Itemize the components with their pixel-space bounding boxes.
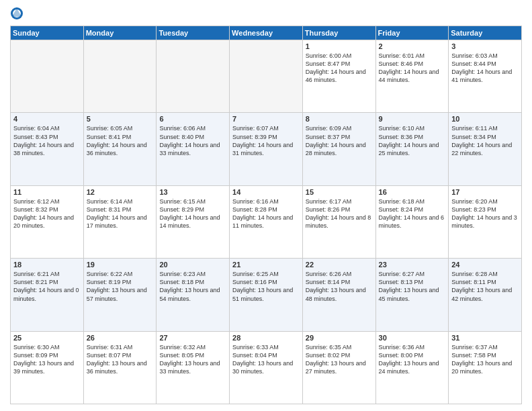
header <box>10 7 522 20</box>
day-info: Sunrise: 6:06 AMSunset: 8:40 PMDaylight:… <box>159 124 226 157</box>
day-header-saturday: Saturday <box>449 26 522 40</box>
day-info: Sunrise: 6:33 AMSunset: 8:04 PMDaylight:… <box>232 343 300 376</box>
day-number: 25 <box>13 334 81 342</box>
day-info: Sunrise: 6:26 AMSunset: 8:14 PMDaylight:… <box>306 270 373 303</box>
page: SundayMondayTuesdayWednesdayThursdayFrid… <box>0 0 532 411</box>
day-cell: 8Sunrise: 6:09 AMSunset: 8:37 PMDaylight… <box>302 113 375 185</box>
week-row-4: 18Sunrise: 6:21 AMSunset: 8:21 PMDayligh… <box>11 259 522 331</box>
day-cell: 19Sunrise: 6:22 AMSunset: 8:19 PMDayligh… <box>83 259 157 331</box>
logo <box>10 7 26 20</box>
day-cell: 25Sunrise: 6:30 AMSunset: 8:09 PMDayligh… <box>11 331 84 404</box>
day-cell: 13Sunrise: 6:15 AMSunset: 8:29 PMDayligh… <box>157 185 230 258</box>
day-number: 23 <box>379 261 446 269</box>
week-row-2: 4Sunrise: 6:04 AMSunset: 8:43 PMDaylight… <box>11 113 522 185</box>
day-info: Sunrise: 6:15 AMSunset: 8:29 PMDaylight:… <box>159 197 226 230</box>
week-row-5: 25Sunrise: 6:30 AMSunset: 8:09 PMDayligh… <box>11 331 522 404</box>
day-header-tuesday: Tuesday <box>157 26 230 40</box>
day-number: 8 <box>306 115 373 123</box>
day-info: Sunrise: 6:18 AMSunset: 8:24 PMDaylight:… <box>379 197 446 230</box>
week-row-3: 11Sunrise: 6:12 AMSunset: 8:32 PMDayligh… <box>11 185 522 258</box>
day-cell: 14Sunrise: 6:16 AMSunset: 8:28 PMDayligh… <box>230 185 303 258</box>
day-info: Sunrise: 6:14 AMSunset: 8:31 PMDaylight:… <box>87 197 154 230</box>
day-cell: 11Sunrise: 6:12 AMSunset: 8:32 PMDayligh… <box>11 185 84 258</box>
day-info: Sunrise: 6:03 AMSunset: 8:44 PMDaylight:… <box>451 52 519 85</box>
day-number: 30 <box>379 334 446 342</box>
day-cell: 6Sunrise: 6:06 AMSunset: 8:40 PMDaylight… <box>157 113 230 185</box>
day-number: 4 <box>13 115 81 123</box>
week-row-1: 1Sunrise: 6:00 AMSunset: 8:47 PMDaylight… <box>11 40 522 113</box>
day-info: Sunrise: 6:21 AMSunset: 8:21 PMDaylight:… <box>13 270 81 303</box>
day-number: 13 <box>159 188 226 196</box>
day-cell: 17Sunrise: 6:20 AMSunset: 8:23 PMDayligh… <box>449 185 522 258</box>
day-cell: 21Sunrise: 6:25 AMSunset: 8:16 PMDayligh… <box>230 259 303 331</box>
day-number: 29 <box>306 334 373 342</box>
day-info: Sunrise: 6:27 AMSunset: 8:13 PMDaylight:… <box>379 270 446 303</box>
day-info: Sunrise: 6:20 AMSunset: 8:23 PMDaylight:… <box>451 197 519 230</box>
day-cell <box>83 40 157 113</box>
calendar-table: SundayMondayTuesdayWednesdayThursdayFrid… <box>10 26 522 404</box>
day-cell: 27Sunrise: 6:32 AMSunset: 8:05 PMDayligh… <box>157 331 230 404</box>
day-cell: 15Sunrise: 6:17 AMSunset: 8:26 PMDayligh… <box>302 185 375 258</box>
day-number: 18 <box>13 261 81 269</box>
day-header-wednesday: Wednesday <box>230 26 303 40</box>
day-cell: 3Sunrise: 6:03 AMSunset: 8:44 PMDaylight… <box>449 40 522 113</box>
day-number: 19 <box>87 261 154 269</box>
day-cell: 7Sunrise: 6:07 AMSunset: 8:39 PMDaylight… <box>230 113 303 185</box>
day-info: Sunrise: 6:30 AMSunset: 8:09 PMDaylight:… <box>13 343 81 376</box>
day-cell: 26Sunrise: 6:31 AMSunset: 8:07 PMDayligh… <box>83 331 157 404</box>
day-info: Sunrise: 6:07 AMSunset: 8:39 PMDaylight:… <box>232 124 300 157</box>
day-cell: 23Sunrise: 6:27 AMSunset: 8:13 PMDayligh… <box>375 259 449 331</box>
day-cell: 18Sunrise: 6:21 AMSunset: 8:21 PMDayligh… <box>11 259 84 331</box>
day-info: Sunrise: 6:00 AMSunset: 8:47 PMDaylight:… <box>306 52 373 85</box>
day-cell: 2Sunrise: 6:01 AMSunset: 8:46 PMDaylight… <box>375 40 449 113</box>
day-info: Sunrise: 6:31 AMSunset: 8:07 PMDaylight:… <box>87 343 154 376</box>
day-info: Sunrise: 6:11 AMSunset: 8:34 PMDaylight:… <box>451 124 519 157</box>
day-number: 22 <box>306 261 373 269</box>
day-info: Sunrise: 6:32 AMSunset: 8:05 PMDaylight:… <box>159 343 226 376</box>
day-cell: 5Sunrise: 6:05 AMSunset: 8:41 PMDaylight… <box>83 113 157 185</box>
day-number: 11 <box>13 188 81 196</box>
day-cell <box>157 40 230 113</box>
day-number: 1 <box>306 42 373 50</box>
day-number: 12 <box>87 188 154 196</box>
day-number: 24 <box>451 261 519 269</box>
day-info: Sunrise: 6:05 AMSunset: 8:41 PMDaylight:… <box>87 124 154 157</box>
day-number: 5 <box>87 115 154 123</box>
day-number: 27 <box>159 334 226 342</box>
day-header-monday: Monday <box>83 26 157 40</box>
day-info: Sunrise: 6:09 AMSunset: 8:37 PMDaylight:… <box>306 124 373 157</box>
day-number: 28 <box>232 334 300 342</box>
day-cell: 30Sunrise: 6:36 AMSunset: 8:00 PMDayligh… <box>375 331 449 404</box>
day-cell: 20Sunrise: 6:23 AMSunset: 8:18 PMDayligh… <box>157 259 230 331</box>
day-info: Sunrise: 6:01 AMSunset: 8:46 PMDaylight:… <box>379 52 446 85</box>
day-number: 3 <box>451 42 519 50</box>
day-cell: 24Sunrise: 6:28 AMSunset: 8:11 PMDayligh… <box>449 259 522 331</box>
day-number: 31 <box>451 334 519 342</box>
day-info: Sunrise: 6:23 AMSunset: 8:18 PMDaylight:… <box>159 270 226 303</box>
day-cell <box>11 40 84 113</box>
day-number: 14 <box>232 188 300 196</box>
day-info: Sunrise: 6:12 AMSunset: 8:32 PMDaylight:… <box>13 197 81 230</box>
day-number: 15 <box>306 188 373 196</box>
day-number: 16 <box>379 188 446 196</box>
day-info: Sunrise: 6:10 AMSunset: 8:36 PMDaylight:… <box>379 124 446 157</box>
day-number: 20 <box>159 261 226 269</box>
day-cell: 31Sunrise: 6:37 AMSunset: 7:58 PMDayligh… <box>449 331 522 404</box>
day-info: Sunrise: 6:16 AMSunset: 8:28 PMDaylight:… <box>232 197 300 230</box>
day-info: Sunrise: 6:28 AMSunset: 8:11 PMDaylight:… <box>451 270 519 303</box>
day-cell: 29Sunrise: 6:35 AMSunset: 8:02 PMDayligh… <box>302 331 375 404</box>
day-number: 10 <box>451 115 519 123</box>
day-cell: 10Sunrise: 6:11 AMSunset: 8:34 PMDayligh… <box>449 113 522 185</box>
day-number: 2 <box>379 42 446 50</box>
day-number: 9 <box>379 115 446 123</box>
logo-icon <box>10 7 24 20</box>
day-number: 21 <box>232 261 300 269</box>
day-cell: 28Sunrise: 6:33 AMSunset: 8:04 PMDayligh… <box>230 331 303 404</box>
day-cell: 16Sunrise: 6:18 AMSunset: 8:24 PMDayligh… <box>375 185 449 258</box>
day-info: Sunrise: 6:37 AMSunset: 7:58 PMDaylight:… <box>451 343 519 376</box>
day-info: Sunrise: 6:36 AMSunset: 8:00 PMDaylight:… <box>379 343 446 376</box>
header-row: SundayMondayTuesdayWednesdayThursdayFrid… <box>11 26 522 40</box>
day-info: Sunrise: 6:35 AMSunset: 8:02 PMDaylight:… <box>306 343 373 376</box>
day-cell: 9Sunrise: 6:10 AMSunset: 8:36 PMDaylight… <box>375 113 449 185</box>
day-info: Sunrise: 6:04 AMSunset: 8:43 PMDaylight:… <box>13 124 81 157</box>
